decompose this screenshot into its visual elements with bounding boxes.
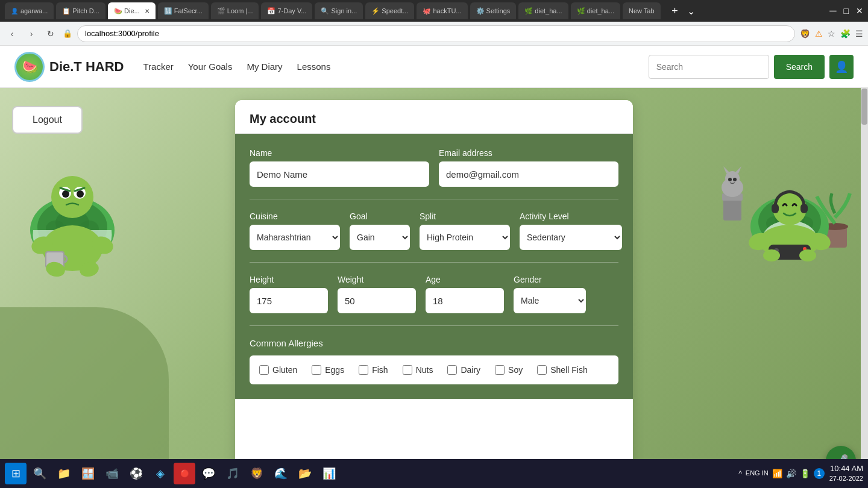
age-input[interactable] bbox=[426, 288, 504, 313]
tab-signin[interactable]: 🔍 Sign in... bbox=[315, 2, 363, 19]
tab-settings[interactable]: ⚙️ Settings bbox=[470, 2, 517, 19]
back-button[interactable]: ‹ bbox=[5, 27, 19, 41]
volume-icon[interactable]: 🔊 bbox=[786, 469, 796, 478]
tab-pitch[interactable]: 📋 Pitch D... bbox=[56, 2, 105, 19]
allergy-shellfish[interactable]: Shell Fish bbox=[537, 365, 587, 375]
new-tab-button[interactable]: + bbox=[668, 4, 682, 18]
cuisine-row: Cuisine Maharashtrian North Indian South… bbox=[250, 211, 618, 250]
taskbar-vscode-icon[interactable]: ◈ bbox=[149, 463, 171, 484]
notification-badge[interactable]: 1 bbox=[814, 468, 825, 479]
app-navbar: 🍉 Die.T HARD Tracker Your Goals My Diary… bbox=[0, 46, 868, 88]
weight-label: Weight bbox=[338, 275, 416, 284]
split-group: Split High Protein Balanced Low Carb bbox=[420, 211, 510, 250]
scrollbar-thumb[interactable] bbox=[861, 89, 867, 125]
tab-close-icon[interactable]: ✕ bbox=[145, 8, 149, 14]
nav-your-goals[interactable]: Your Goals bbox=[188, 61, 233, 72]
minimize-icon[interactable]: ─ bbox=[829, 5, 836, 16]
logout-button[interactable]: Logout bbox=[12, 106, 83, 134]
nav-lessons[interactable]: Lessons bbox=[297, 61, 331, 72]
taskbar-folder-icon[interactable]: 📂 bbox=[294, 463, 316, 484]
taskbar-terminal-icon[interactable]: 🔴 bbox=[174, 463, 195, 484]
system-tray: ^ ENG IN 📶 🔊 🔋 1 bbox=[738, 468, 825, 479]
cuisine-select[interactable]: Maharashtrian North Indian South Indian bbox=[250, 225, 340, 250]
search-button[interactable]: Search bbox=[774, 55, 825, 79]
dairy-checkbox[interactable] bbox=[447, 365, 457, 375]
taskbar-powerpoint-icon[interactable]: 📊 bbox=[318, 463, 340, 484]
taskbar-search-icon[interactable]: 🔍 bbox=[29, 463, 51, 484]
taskbar-discord-icon[interactable]: 💬 bbox=[198, 463, 219, 484]
taskbar-store-icon[interactable]: 🪟 bbox=[77, 463, 99, 484]
fish-label: Fish bbox=[372, 365, 388, 375]
tab-fatsecr[interactable]: 🔢 FatSecr... bbox=[158, 2, 209, 19]
nav-tracker[interactable]: Tracker bbox=[143, 61, 173, 72]
tab-diet-ha2[interactable]: 🌿 diet_ha... bbox=[571, 2, 620, 19]
taskbar-files-icon[interactable]: 📁 bbox=[53, 463, 75, 484]
main-content: Logout bbox=[0, 88, 868, 488]
divider-2 bbox=[250, 262, 618, 263]
tab-diet-ha1[interactable]: 🌿 diet_ha... bbox=[518, 2, 568, 19]
allergy-soy[interactable]: Soy bbox=[495, 365, 523, 375]
start-button[interactable]: ⊞ bbox=[5, 463, 27, 484]
forward-button[interactable]: › bbox=[24, 27, 39, 41]
nav-my-diary[interactable]: My Diary bbox=[247, 61, 282, 72]
tray-expand-icon[interactable]: ^ bbox=[738, 469, 742, 478]
goal-group: Goal Gain Lose Maintain bbox=[350, 211, 410, 250]
tab-newtab[interactable]: New Tab bbox=[623, 2, 661, 19]
allergy-eggs[interactable]: Eggs bbox=[312, 365, 344, 375]
tab-hacktu[interactable]: 🐙 hackTU... bbox=[417, 2, 467, 19]
allergy-nuts[interactable]: Nuts bbox=[403, 365, 433, 375]
allergy-gluten[interactable]: Gluten bbox=[259, 365, 297, 375]
extensions-icon[interactable]: 🧩 bbox=[840, 29, 851, 39]
weight-group: Weight bbox=[338, 275, 416, 313]
taskbar-spotify-icon[interactable]: 🎵 bbox=[222, 463, 244, 484]
tab-loom[interactable]: 🎬 Loom |... bbox=[211, 2, 259, 19]
divider-1 bbox=[250, 199, 618, 199]
email-label: Email address bbox=[439, 148, 618, 158]
taskbar-edge-icon[interactable]: 🌊 bbox=[270, 463, 292, 484]
tab-7day[interactable]: 📅 7-Day V... bbox=[261, 2, 312, 19]
goal-select[interactable]: Gain Lose Maintain bbox=[350, 225, 410, 250]
gender-select[interactable]: Male Female Other bbox=[514, 288, 586, 313]
url-input[interactable] bbox=[77, 25, 795, 42]
refresh-button[interactable]: ↻ bbox=[43, 27, 58, 41]
tab-agarwa[interactable]: 👤 agarwa... bbox=[5, 2, 54, 19]
fish-checkbox[interactable] bbox=[359, 365, 368, 375]
split-select[interactable]: High Protein Balanced Low Carb bbox=[420, 225, 510, 250]
height-input[interactable] bbox=[250, 288, 328, 313]
eggs-checkbox[interactable] bbox=[312, 365, 321, 375]
taskbar-brave-icon[interactable]: 🦁 bbox=[246, 463, 268, 484]
right-area: 🎤 bbox=[699, 88, 868, 488]
logo-emoji: 🍉 bbox=[22, 59, 38, 75]
turtle-svg-left bbox=[12, 152, 133, 290]
taskbar-video-icon[interactable]: 📹 bbox=[101, 463, 123, 484]
taskbar-chrome-icon[interactable]: ⚽ bbox=[125, 463, 147, 484]
close-window-icon[interactable]: ✕ bbox=[856, 6, 863, 16]
scrollbar-track[interactable] bbox=[861, 88, 868, 488]
tab-speedt[interactable]: ⚡ Speedt... bbox=[365, 2, 414, 19]
sidebar-toggle-icon[interactable]: ☰ bbox=[855, 29, 863, 39]
battery-icon[interactable]: 🔋 bbox=[800, 469, 810, 478]
shellfish-checkbox[interactable] bbox=[537, 365, 547, 375]
lock-icon: 🔒 bbox=[63, 29, 72, 38]
allergy-fish[interactable]: Fish bbox=[359, 365, 388, 375]
dairy-label: Dairy bbox=[461, 365, 480, 375]
search-input[interactable] bbox=[649, 55, 769, 79]
gluten-checkbox[interactable] bbox=[259, 365, 269, 375]
weight-input[interactable] bbox=[338, 288, 416, 313]
nuts-checkbox[interactable] bbox=[403, 365, 412, 375]
email-input[interactable] bbox=[439, 161, 618, 187]
wifi-icon[interactable]: 📶 bbox=[772, 469, 782, 478]
allergies-grid: Gluten Eggs Fish Nuts bbox=[250, 355, 618, 384]
activity-group: Activity Level Sedentary Lightly Active … bbox=[520, 211, 622, 250]
user-icon: 👤 bbox=[835, 60, 848, 74]
activity-select[interactable]: Sedentary Lightly Active Moderately Acti… bbox=[520, 225, 622, 250]
tab-overflow-icon[interactable]: ⌄ bbox=[687, 5, 695, 17]
brave-icon: 🦁 bbox=[800, 29, 810, 39]
bookmark-icon[interactable]: ☆ bbox=[828, 29, 835, 39]
maximize-icon[interactable]: □ bbox=[844, 6, 849, 16]
soy-checkbox[interactable] bbox=[495, 365, 505, 375]
name-input[interactable] bbox=[250, 161, 429, 187]
allergy-dairy[interactable]: Dairy bbox=[447, 365, 480, 375]
user-profile-button[interactable]: 👤 bbox=[829, 55, 854, 79]
tab-die[interactable]: 🍉 Die... ✕ bbox=[108, 2, 156, 19]
